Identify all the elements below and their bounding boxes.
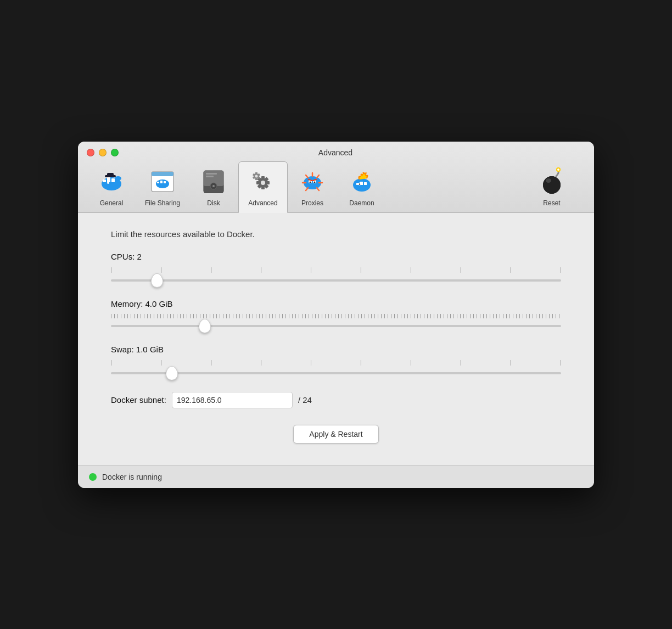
svg-rect-12 (160, 181, 163, 183)
tab-reset-label: Reset (543, 199, 560, 207)
general-icon (96, 166, 127, 197)
subnet-row: Docker subnet: / 24 (111, 392, 561, 408)
tab-disk-label: Disk (207, 199, 220, 207)
svg-rect-13 (164, 181, 166, 183)
tab-reset[interactable]: Reset (527, 162, 576, 212)
toolbar: General File Sharing (87, 161, 585, 212)
svg-rect-22 (261, 176, 265, 179)
svg-line-45 (306, 188, 308, 190)
svg-rect-7 (107, 173, 114, 176)
cpu-label: CPUs: 2 (111, 252, 561, 261)
subnet-input[interactable] (172, 392, 293, 408)
swap-slider[interactable] (111, 372, 561, 374)
tab-advanced-label: Advanced (248, 199, 277, 207)
swap-label: Swap: 1.0 GiB (111, 345, 561, 354)
svg-point-5 (107, 182, 109, 184)
svg-point-62 (557, 169, 559, 171)
memory-slider[interactable] (111, 325, 561, 327)
svg-point-31 (255, 175, 258, 177)
tab-daemon-label: Daemon (349, 199, 374, 207)
svg-rect-32 (255, 172, 257, 175)
tab-general-label: General (100, 199, 124, 207)
svg-rect-19 (206, 176, 214, 177)
svg-rect-26 (261, 186, 265, 189)
svg-point-59 (543, 176, 561, 194)
swap-slider-group: Swap: 1.0 GiB | | | | | | | | | | (111, 345, 561, 377)
minimize-button[interactable] (99, 149, 107, 156)
tab-proxies-label: Proxies (301, 199, 323, 207)
apply-section: Apply & Restart (111, 425, 561, 443)
apply-restart-button[interactable]: Apply & Restart (293, 425, 378, 443)
memory-label: Memory: 4.0 GiB (111, 299, 561, 308)
svg-point-48 (310, 181, 311, 183)
memory-slider-group: Memory: 4.0 GiB (111, 299, 561, 329)
tab-proxies[interactable]: Proxies (288, 162, 337, 212)
tab-file-sharing[interactable]: File Sharing (136, 162, 189, 212)
window-controls (87, 149, 119, 156)
tab-advanced[interactable]: Advanced (238, 161, 288, 213)
svg-rect-1 (103, 179, 106, 182)
tab-file-sharing-label: File Sharing (145, 199, 180, 207)
titlebar: Advanced (78, 142, 594, 213)
main-window: Advanced (78, 142, 594, 488)
disk-icon (198, 166, 229, 197)
status-indicator (89, 473, 97, 481)
svg-line-42 (317, 188, 319, 190)
file-sharing-icon (147, 166, 178, 197)
svg-rect-11 (157, 182, 159, 183)
svg-point-10 (156, 179, 169, 188)
cpu-slider-group: CPUs: 2 | | | | | | | | | | (111, 252, 561, 284)
proxies-icon (297, 166, 328, 197)
svg-point-57 (359, 183, 360, 184)
subnet-suffix: / 24 (298, 395, 312, 405)
svg-rect-18 (206, 173, 217, 175)
svg-point-4 (115, 176, 121, 181)
status-bar: Docker is running (78, 465, 594, 488)
svg-rect-24 (266, 181, 270, 184)
svg-rect-28 (256, 181, 260, 184)
svg-point-49 (314, 181, 316, 183)
advanced-icon (248, 166, 278, 197)
content-description: Limit the resources available to Docker. (111, 229, 561, 239)
subnet-label: Docker subnet: (111, 395, 166, 405)
reset-icon (536, 166, 567, 197)
content-area: Limit the resources available to Docker.… (78, 213, 594, 465)
svg-point-60 (546, 178, 551, 183)
window-title: Advanced (119, 148, 552, 157)
status-text: Docker is running (102, 473, 162, 481)
svg-line-43 (306, 175, 308, 178)
cpu-slider[interactable] (111, 279, 561, 282)
svg-rect-55 (364, 182, 367, 185)
svg-rect-2 (107, 177, 110, 182)
svg-rect-3 (111, 178, 115, 182)
tab-general[interactable]: General (87, 162, 136, 212)
daemon-icon (346, 166, 377, 197)
close-button[interactable] (87, 149, 94, 156)
titlebar-top: Advanced (87, 148, 585, 157)
svg-point-21 (261, 181, 265, 185)
maximize-button[interactable] (111, 149, 119, 156)
tab-daemon[interactable]: Daemon (337, 162, 387, 212)
tab-disk[interactable]: Disk (189, 162, 238, 212)
svg-point-17 (212, 185, 215, 187)
svg-line-40 (317, 175, 319, 178)
svg-rect-35 (255, 178, 257, 180)
svg-rect-9 (152, 172, 173, 176)
